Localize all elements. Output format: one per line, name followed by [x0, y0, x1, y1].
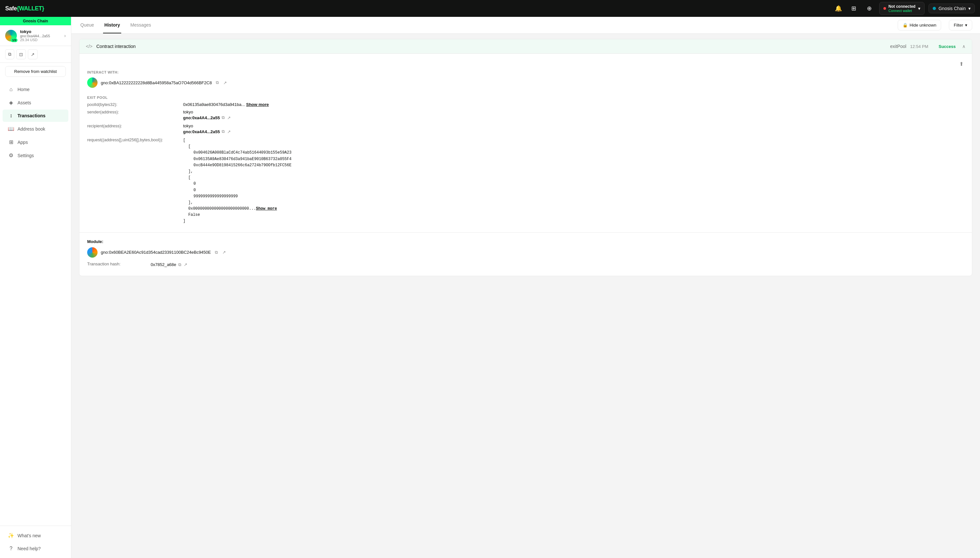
contract-avatar [87, 77, 98, 88]
copy-recipient-button[interactable]: ⧉ [221, 128, 225, 135]
sender-address-row: gno:0xa4A4...2a55 ⧉ ↗ [183, 114, 964, 121]
show-more-bytes[interactable]: Show more [256, 207, 277, 211]
show-more-poolid[interactable]: Show more [246, 102, 269, 107]
sidebar-item-address-book-label: Address book [18, 126, 45, 131]
open-tx-hash-external-button[interactable]: ↗ [183, 261, 188, 268]
tab-messages[interactable]: Messages [129, 17, 152, 33]
module-section: Module: gno:0x60BEA2E60Ac91d354cad233911… [79, 232, 972, 276]
sender-name: tokyo [183, 110, 964, 114]
sidebar-item-settings-label: Settings [18, 153, 34, 158]
param-key-sender: sender(address): [87, 110, 178, 121]
open-sender-external-button[interactable]: ↗ [227, 115, 231, 121]
hide-unknown-button[interactable]: 🔒 Hide unknown [898, 20, 941, 30]
tx-hash-value: 0x7852_a68e ⧉ ↗ [151, 261, 188, 268]
sidebar-item-settings[interactable]: ⚙ Settings [3, 149, 68, 162]
sidebar-item-assets-label: Assets [18, 100, 31, 105]
param-key-recipient: recipient(address): [87, 123, 178, 135]
recipient-name: tokyo [183, 123, 964, 128]
main-content: Queue History Messages 🔒 Hide unknown Fi… [71, 17, 980, 558]
request-bool: False [183, 213, 200, 217]
sidebar-item-address-book[interactable]: 📖 Address book [3, 123, 68, 135]
account-chevron-icon: › [64, 33, 66, 38]
tx-hash-key: Transaction hash: [87, 261, 146, 268]
transaction-body: ⬆ Interact with: gno:0xBA12222222228d8Ba… [79, 54, 972, 232]
module-avatar [87, 247, 98, 258]
sidebar-item-assets[interactable]: ◈ Assets [3, 96, 68, 109]
exit-pool-label: EXIT POOL [87, 93, 964, 101]
transaction-time: 12:54 PM [910, 44, 929, 49]
interact-with-row: gno:0xBA12222222228d8Ba445958a75aO7O4d56… [87, 77, 964, 88]
param-value-request: [ [ 0x004626A008BlaCdC4c74ab51644093b155… [183, 138, 964, 225]
sidebar-item-need-help-label: Need help? [18, 546, 41, 551]
sidebar-item-need-help[interactable]: ? Need help? [3, 542, 68, 555]
tab-queue[interactable]: Queue [79, 17, 95, 33]
share-button[interactable]: ⬆ [959, 60, 964, 68]
external-link-button[interactable]: ↗ [28, 49, 38, 59]
notifications-button[interactable]: 🔔 [832, 3, 844, 14]
need-help-icon: ? [8, 546, 14, 551]
tab-history[interactable]: History [103, 17, 121, 33]
connect-wallet-chevron: ▾ [918, 6, 920, 11]
transaction-type-label: Contract interaction [96, 44, 880, 49]
transactions-icon: ↕ [8, 113, 14, 118]
sidebar-footer: ✨ What's new ? Need help? [0, 525, 71, 558]
open-module-external-button[interactable]: ↗ [222, 249, 227, 255]
chain-selector[interactable]: Gnosis Chain ▾ [929, 3, 975, 13]
recipient-address: gno:0xa4A4...2a55 [183, 129, 220, 134]
transaction-card: </> Contract interaction exitPool 12:54 … [79, 39, 972, 276]
tx-hash-row: Transaction hash: 0x7852_a68e ⧉ ↗ [87, 260, 964, 269]
copy-tx-hash-button[interactable]: ⧉ [177, 261, 182, 268]
copy-address-button[interactable]: ⧉ [5, 49, 14, 59]
sidebar-actions: ⧉ ⊡ ↗ [0, 46, 71, 63]
bell-icon: 🔔 [835, 5, 842, 12]
hide-unknown-label: Hide unknown [910, 23, 936, 28]
sidebar-item-apps[interactable]: ⊞ Apps [3, 136, 68, 148]
request-addr-2: 0x06135A9Ae830476d3a941baE9010B63732a055… [183, 157, 291, 161]
module-address-row: gno:0x60BEA2E60Ac91d354cad23391100BC24eB… [87, 247, 964, 258]
whats-new-icon: ✨ [8, 532, 14, 538]
filter-button[interactable]: Filter ▾ [949, 20, 972, 30]
chain-name-label: Gnosis Chain [939, 6, 966, 11]
sidebar-item-home-label: Home [18, 87, 30, 92]
app-logo: Safe{WALLET} [5, 5, 44, 12]
safe-icon: ⊕ [867, 5, 872, 12]
safe-icon-button[interactable]: ⊕ [863, 3, 875, 14]
qr-code-button[interactable]: ⊡ [16, 49, 26, 59]
transaction-header[interactable]: </> Contract interaction exitPool 12:54 … [79, 39, 972, 54]
chain-chevron: ▾ [969, 6, 970, 11]
copy-contract-address-button[interactable]: ⧉ [215, 79, 219, 86]
param-row-request: request((address[],uint256[],bytes,bool)… [87, 136, 964, 226]
filter-label: Filter [954, 23, 963, 28]
connection-status-dot [883, 7, 886, 10]
param-value-sender: tokyo gno:0xa4A4...2a55 ⧉ ↗ [183, 110, 964, 121]
copy-sender-button[interactable]: ⧉ [221, 114, 225, 121]
account-selector[interactable]: 1/3 tokyo gno:0xa4A4...2a55 29.34 USD › [0, 25, 71, 46]
request-addr-3: 0xcB444e9OD8198415266c6a2724b79OOfb12FC5… [183, 163, 291, 167]
sidebar-item-apps-label: Apps [18, 140, 28, 145]
sidebar-item-home[interactable]: ⌂ Home [3, 83, 68, 95]
open-contract-external-button[interactable]: ↗ [223, 80, 228, 86]
assets-icon: ◈ [8, 100, 14, 106]
layers-icon: ⊞ [851, 5, 856, 12]
filter-chevron-icon: ▾ [965, 23, 967, 28]
copy-module-address-button[interactable]: ⧉ [214, 249, 218, 256]
remove-watchlist-button[interactable]: Remove from watchlist [5, 66, 66, 77]
param-key-poolid: poolId(bytes32): [87, 102, 178, 107]
open-recipient-external-button[interactable]: ↗ [227, 129, 231, 135]
sidebar-item-whats-new[interactable]: ✨ What's new [3, 529, 68, 542]
not-connected-label: Not connected [889, 4, 916, 9]
apps-icon: ⊞ [8, 139, 14, 145]
param-key-request: request((address[],uint256[],bytes,bool)… [87, 138, 178, 225]
module-address: gno:0x60BEA2E60Ac91d354cad23391100BC24eB… [101, 250, 211, 255]
recipient-address-row: gno:0xa4A4...2a55 ⧉ ↗ [183, 128, 964, 135]
address-book-icon: 📖 [8, 126, 14, 132]
hide-unknown-icon: 🔒 [903, 23, 908, 28]
transaction-status-badge: Success [939, 44, 956, 49]
param-value-recipient: tokyo gno:0xa4A4...2a55 ⧉ ↗ [183, 123, 964, 135]
account-threshold-badge: 1/3 [11, 38, 18, 42]
tabs-bar: Queue History Messages 🔒 Hide unknown Fi… [71, 17, 980, 34]
connect-wallet-button[interactable]: Not connected Connect wallet ▾ [879, 2, 924, 15]
sidebar-item-transactions[interactable]: ↕ Transactions [3, 110, 68, 122]
request-num-3: 9999999999999999999 [183, 194, 238, 199]
layers-button[interactable]: ⊞ [848, 3, 860, 14]
